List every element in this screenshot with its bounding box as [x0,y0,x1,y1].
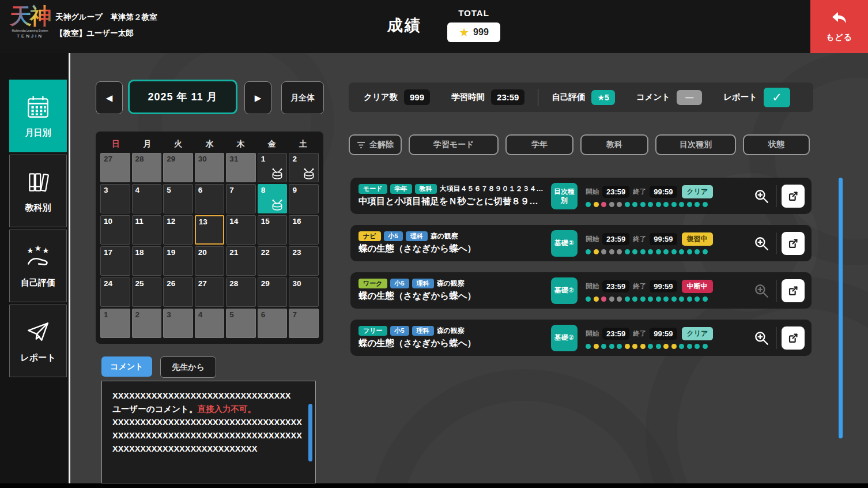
calendar-day[interactable]: 12 [163,215,193,245]
report-stat-label: レポート [723,92,757,103]
divider [776,185,777,207]
calendar-day[interactable]: 3 [100,184,130,213]
total-badge: ★ 999 [447,22,500,42]
external-link-icon [787,332,799,344]
comment-scrollbar[interactable] [308,404,312,461]
tag-badge: 小5 [390,326,409,336]
progress-dot [648,249,653,254]
tab-teacher[interactable]: 先生から [160,356,216,378]
filter-button[interactable]: 学年 [505,134,573,155]
calendar-day[interactable]: 6 [258,309,288,338]
whole-month-button[interactable]: 月全体 [281,81,324,114]
open-record-button[interactable] [782,279,805,302]
open-record-button[interactable] [782,326,805,350]
prev-month-button[interactable]: ◀ [96,81,123,114]
calendar-day[interactable]: 16 [289,215,319,245]
next-month-button[interactable]: ▶ [244,81,271,114]
calendar-day[interactable]: 31 [226,153,256,182]
calendar-day[interactable]: 3 [163,309,193,338]
tab-comment[interactable]: コメント [101,356,152,377]
calendar-day[interactable]: 11 [132,215,162,245]
app-root: 天神 Multimedia Learning System TENJIN 天神グ… [0,0,868,488]
calendar-day[interactable]: 1 [100,309,130,338]
day-number: 28 [229,279,238,288]
record-times: 開始23:59終了99:59中断中 [586,280,734,293]
calendar-day[interactable]: 4 [195,309,225,338]
start-label: 開始 [586,235,599,243]
calendar-day[interactable]: 6 [195,184,225,213]
filter-button[interactable]: 目次種別 [655,134,736,155]
calendar-day[interactable]: 15 [258,215,288,245]
toc-type-badge: 基礎② [551,325,578,351]
calendar-day[interactable]: 24 [100,277,130,307]
calendar-day[interactable]: 13 [195,215,225,245]
calendar-day[interactable]: 27 [100,153,130,182]
comment-box[interactable]: XXXXXXXXXXXXXXXXXXXXXXXXXXXXXXXXユーザーのコメン… [101,381,316,483]
sidebar-item-subject[interactable]: 教科別 [9,155,67,227]
filter-button[interactable]: 学習モード [409,134,499,155]
calendar-day[interactable]: 10 [100,215,130,245]
calendar-day[interactable]: 30 [195,153,225,182]
day-number: 4 [198,310,203,319]
calendar-day[interactable]: 17 [100,246,130,276]
progress-dots [586,202,734,207]
comment-stat-badge: — [677,90,702,105]
comment-text: XXXXXXXXXXXXXXXXXXXXXXXXXXXXXXXXXX [112,431,302,440]
calendar-day[interactable]: 19 [163,246,193,276]
progress-dot [679,202,684,207]
zoom-button[interactable] [751,186,772,207]
divider [776,280,777,302]
calendar-day[interactable]: 28 [132,153,162,182]
filter-button-label: 全解除 [369,140,394,150]
filter-button[interactable]: 教科 [580,134,648,155]
calendar-day[interactable]: 30 [289,277,319,307]
filter-button[interactable]: 全解除 [349,134,402,155]
calendar-day[interactable]: 7 [289,309,319,338]
day-number: 7 [229,186,234,194]
calendar-day[interactable]: 21 [226,246,256,276]
sidebar-item-monthday[interactable]: 月日別 [9,80,67,152]
calendar-day[interactable]: 29 [258,277,288,307]
calendar-day[interactable]: 25 [132,277,162,307]
open-record-button[interactable] [782,185,805,208]
magnifier-icon [753,188,769,204]
end-label: 終了 [633,329,646,338]
progress-dot [695,296,700,302]
calendar-day[interactable]: 2 [289,153,319,182]
calendar-day[interactable]: 18 [132,246,162,276]
progress-dot [632,249,637,254]
month-display[interactable]: 2025 年 11 月 [128,80,237,114]
calendar-day[interactable]: 14 [226,215,256,245]
calendar-day[interactable]: 4 [132,184,162,213]
progress-dot [679,296,684,302]
page-scrollbar[interactable] [839,178,843,438]
zoom-button[interactable] [751,328,772,348]
calendar-day[interactable]: 29 [163,153,193,182]
chevron-left-icon: ◀ [106,93,113,103]
progress-dot [609,296,614,302]
calendar-day[interactable]: 5 [163,184,193,213]
calendar-day[interactable]: 22 [258,246,288,276]
calendar-day[interactable]: 28 [226,277,256,307]
day-number: 20 [198,248,207,257]
sidebar-item-self-eval[interactable]: ★ ★ ★ 自己評価 [9,230,67,302]
day-number: 6 [261,310,266,319]
filter-button[interactable]: 状態 [743,134,810,155]
sidebar: 月日別 教科別 ★ ★ ★ 自己評価 [0,53,70,483]
progress-dots [586,344,734,349]
calendar-day[interactable]: 26 [163,277,193,307]
calendar-day[interactable]: 5 [226,309,256,338]
calendar-day[interactable]: 2 [132,309,162,338]
back-button[interactable]: もどる [810,0,868,53]
calendar-day[interactable]: 7 [226,184,256,213]
open-record-button[interactable] [782,232,805,255]
sidebar-item-report[interactable]: レポート [9,305,67,377]
calendar-day[interactable]: 27 [195,277,225,307]
calendar-day[interactable]: 8 [258,184,288,213]
zoom-button[interactable] [751,233,772,254]
progress-dot [656,202,661,207]
calendar-day[interactable]: 20 [195,246,225,276]
calendar-day[interactable]: 9 [289,184,319,213]
calendar-day[interactable]: 1 [258,153,288,182]
calendar-day[interactable]: 23 [289,246,319,276]
